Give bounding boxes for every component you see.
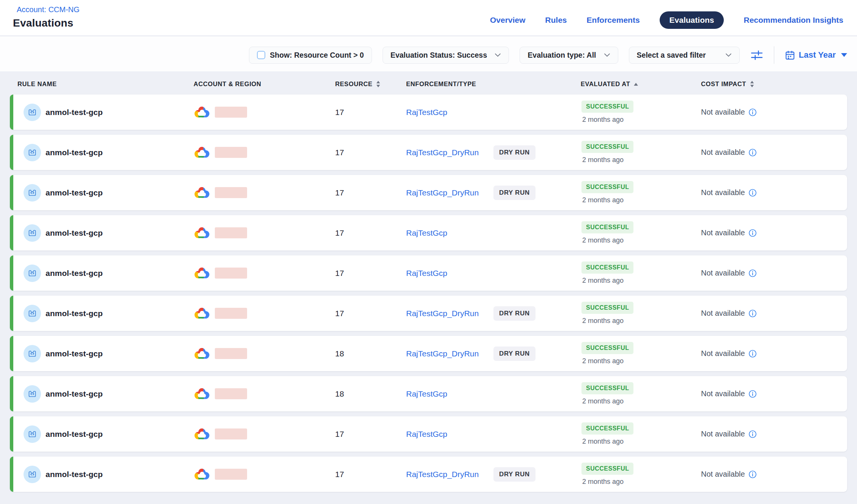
cost-impact-cell: Not available [698, 349, 847, 358]
enforcement-cell: RajTestGcp [383, 269, 577, 278]
nav-rules[interactable]: Rules [545, 16, 567, 25]
topbar-left: Account: CCM-NG Evaluations [17, 5, 80, 29]
account-region-cell [194, 347, 330, 361]
rule-name-cell: anmol-test-gcp [17, 385, 194, 403]
cost-impact-text: Not available [701, 108, 745, 117]
evaluated-time: 2 months ago [581, 196, 624, 204]
nav-recommendation-insights[interactable]: Recommendation Insights [744, 16, 843, 25]
status-badge: SUCCESSFUL [581, 221, 633, 233]
status-badge: SUCCESSFUL [581, 422, 633, 435]
evaluated-time: 2 months ago [581, 116, 624, 124]
enforcement-link[interactable]: RajTestGcp_DryRun [406, 188, 493, 197]
evaluation-status-dropdown[interactable]: Evaluation Status: Success [383, 47, 509, 64]
redacted-account-region [215, 469, 247, 480]
info-icon[interactable] [748, 390, 757, 398]
resource-count: 17 [335, 108, 344, 117]
info-icon[interactable] [748, 108, 757, 117]
enforcement-link[interactable]: RajTestGcp [406, 389, 493, 398]
evaluated-time: 2 months ago [581, 397, 624, 405]
redacted-account-region [215, 388, 247, 399]
resource-cell: 17 [330, 188, 383, 197]
enforcement-link[interactable]: RajTestGcp_DryRun [406, 148, 493, 157]
status-badge: SUCCESSFUL [581, 463, 633, 475]
info-icon[interactable] [748, 189, 757, 197]
enforcement-link[interactable]: RajTestGcp [406, 108, 493, 117]
info-icon[interactable] [748, 309, 757, 318]
enforcement-link[interactable]: RajTestGcp_DryRun [406, 470, 493, 479]
info-icon[interactable] [748, 229, 757, 237]
enforcement-link[interactable]: RajTestGcp_DryRun [406, 349, 493, 358]
rule-name-cell: anmol-test-gcp [17, 425, 194, 443]
evaluation-type-dropdown[interactable]: Evaluation type: All [520, 47, 618, 64]
resource-count: 17 [335, 309, 344, 318]
sort-icon [376, 80, 381, 88]
column-header-evaluated-at[interactable]: EVALUATED AT [577, 80, 698, 88]
resource-count-filter[interactable]: Show: Resource Count > 0 [249, 47, 372, 64]
account-breadcrumb-link[interactable]: Account: CCM-NG [17, 5, 80, 14]
resource-count: 17 [335, 228, 344, 238]
table-row[interactable]: anmol-test-gcp [10, 135, 847, 170]
rule-name: anmol-test-gcp [46, 228, 103, 238]
nav-enforcements[interactable]: Enforcements [587, 16, 640, 25]
column-header-resource[interactable]: RESOURCE [330, 80, 383, 88]
rule-name-cell: anmol-test-gcp [17, 305, 194, 322]
filter-bar: Show: Resource Count > 0 Evaluation Stat… [0, 36, 857, 71]
enforcement-link[interactable]: RajTestGcp [406, 269, 493, 278]
saved-filter-dropdown[interactable]: Select a saved filter [629, 47, 740, 64]
table-row[interactable]: anmol-test-gcp [10, 296, 847, 331]
resource-cell: 17 [330, 228, 383, 238]
rule-icon [24, 224, 41, 242]
topbar: Account: CCM-NG Evaluations Overview Rul… [0, 0, 857, 36]
enforcement-link[interactable]: RajTestGcp [406, 430, 493, 439]
cost-impact-text: Not available [701, 269, 745, 277]
info-icon[interactable] [748, 148, 757, 157]
evaluated-time: 2 months ago [581, 236, 624, 244]
evaluation-type-value: Evaluation type: All [528, 51, 596, 60]
nav-overview[interactable]: Overview [490, 16, 525, 25]
rule-icon [24, 104, 41, 121]
cost-impact-cell: Not available [698, 470, 847, 479]
table-row[interactable]: anmol-test-gcp [10, 175, 847, 210]
table-row[interactable]: anmol-test-gcp [10, 94, 847, 130]
nav-evaluations-active[interactable]: Evaluations [660, 11, 724, 29]
redacted-account-region [215, 227, 247, 238]
rule-icon [24, 425, 41, 443]
table-row[interactable]: anmol-test-gcp [10, 215, 847, 250]
account-region-cell [194, 307, 330, 320]
evaluated-at-cell: SUCCESSFUL 2 months ago [577, 342, 698, 365]
account-region-cell [194, 266, 330, 280]
info-icon[interactable] [748, 269, 757, 277]
table-row[interactable]: anmol-test-gcp [10, 376, 847, 411]
evaluated-time: 2 months ago [581, 438, 624, 446]
caret-down-icon [841, 53, 847, 57]
column-header-cost-impact[interactable]: COST IMPACT [698, 80, 847, 88]
info-icon[interactable] [748, 470, 757, 479]
table-row[interactable]: anmol-test-gcp [10, 416, 847, 452]
status-badge: SUCCESSFUL [581, 261, 633, 274]
column-label: COST IMPACT [701, 80, 746, 88]
date-range-picker[interactable]: Last Year [785, 50, 847, 60]
resource-count-checkbox[interactable] [257, 51, 265, 59]
resource-cell: 17 [330, 108, 383, 117]
table-row[interactable]: anmol-test-gcp [10, 255, 847, 291]
cost-impact-cell: Not available [698, 430, 847, 438]
evaluated-time: 2 months ago [581, 317, 624, 325]
cost-impact-cell: Not available [698, 108, 847, 117]
cost-impact-text: Not available [701, 430, 745, 438]
rule-name-cell: anmol-test-gcp [17, 144, 194, 161]
table-row[interactable]: anmol-test-gcp [10, 457, 847, 492]
enforcement-link[interactable]: RajTestGcp_DryRun [406, 309, 493, 318]
enforcement-link[interactable]: RajTestGcp [406, 228, 493, 238]
status-badge: SUCCESSFUL [581, 302, 633, 314]
filter-settings-button[interactable] [750, 49, 763, 61]
cost-impact-cell: Not available [698, 228, 847, 237]
resource-count: 17 [335, 188, 344, 197]
sliders-icon [750, 49, 763, 61]
account-region-cell [194, 387, 330, 401]
info-icon[interactable] [748, 350, 757, 358]
redacted-account-region [215, 308, 247, 319]
info-icon[interactable] [748, 430, 757, 438]
table-row[interactable]: anmol-test-gcp [10, 336, 847, 371]
gcp-cloud-icon [194, 387, 210, 401]
dry-run-badge: DRY RUN [493, 145, 536, 160]
